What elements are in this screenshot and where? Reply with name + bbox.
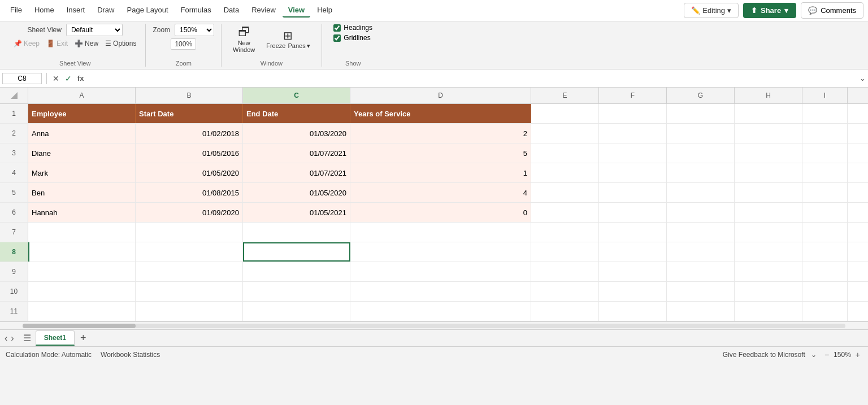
cell-c11[interactable]: [243, 302, 350, 321]
cell-h10[interactable]: [735, 282, 802, 301]
cell-c1[interactable]: End Date: [243, 104, 350, 123]
cell-h6[interactable]: [735, 203, 802, 222]
cell-g1[interactable]: [667, 104, 735, 123]
col-header-f[interactable]: F: [599, 88, 667, 103]
cell-f3[interactable]: [599, 143, 667, 163]
cell-c7[interactable]: [243, 223, 350, 242]
col-header-i[interactable]: I: [802, 88, 848, 103]
freeze-panes-button[interactable]: ⊞ FreezePanes ▾: [262, 28, 314, 52]
menu-data[interactable]: Data: [218, 3, 245, 18]
confirm-formula-icon[interactable]: ✓: [64, 73, 73, 84]
cell-d9[interactable]: [350, 262, 531, 281]
cell-h3[interactable]: [735, 143, 802, 163]
cancel-formula-icon[interactable]: ✕: [51, 73, 60, 84]
cell-b11[interactable]: [136, 302, 243, 321]
cell-h4[interactable]: [735, 163, 802, 182]
cell-c5[interactable]: 01/05/2020: [243, 183, 350, 202]
cell-g9[interactable]: [667, 262, 735, 281]
menu-page-layout[interactable]: Page Layout: [121, 3, 174, 18]
menu-view[interactable]: View: [283, 3, 310, 18]
cell-h2[interactable]: [735, 124, 802, 143]
row-header-8[interactable]: 8: [0, 242, 28, 262]
cell-d1[interactable]: Years of Service: [350, 104, 531, 123]
cell-b7[interactable]: [136, 223, 243, 242]
tab-next-button[interactable]: ›: [11, 333, 14, 343]
cell-f6[interactable]: [599, 203, 667, 222]
workbook-stats-button[interactable]: Workbook Statistics: [101, 351, 160, 359]
formula-expand-icon[interactable]: ⌄: [860, 74, 866, 82]
cell-g6[interactable]: [667, 203, 735, 222]
col-header-c[interactable]: C: [243, 88, 350, 103]
cell-h1[interactable]: [735, 104, 802, 123]
cell-i9[interactable]: [802, 262, 848, 281]
cell-d3[interactable]: 5: [350, 143, 531, 163]
col-header-b[interactable]: B: [136, 88, 243, 103]
row-header-5[interactable]: 5: [0, 183, 28, 202]
cell-e6[interactable]: [531, 203, 599, 222]
cell-e8[interactable]: [531, 242, 599, 262]
cell-f8[interactable]: [599, 242, 667, 262]
cell-a2[interactable]: Anna: [28, 124, 136, 143]
cell-i8[interactable]: [802, 242, 848, 262]
cell-a8[interactable]: [28, 242, 136, 262]
cell-h7[interactable]: [735, 223, 802, 242]
zoom-select[interactable]: 150%: [175, 24, 214, 36]
cell-e4[interactable]: [531, 163, 599, 182]
cell-e11[interactable]: [531, 302, 599, 321]
select-all-icon[interactable]: [11, 92, 18, 99]
exit-button[interactable]: 🚪 Exit: [44, 38, 70, 49]
row-header-3[interactable]: 3: [0, 143, 28, 163]
cell-a1[interactable]: Employee: [28, 104, 136, 123]
cell-f11[interactable]: [599, 302, 667, 321]
gridlines-checkbox[interactable]: [333, 34, 341, 42]
cell-i4[interactable]: [802, 163, 848, 182]
cell-c10[interactable]: [243, 282, 350, 301]
zoom-minus-button[interactable]: −: [822, 350, 831, 359]
menu-formulas[interactable]: Formulas: [175, 3, 217, 18]
cell-b5[interactable]: 01/08/2015: [136, 183, 243, 202]
cell-e2[interactable]: [531, 124, 599, 143]
cell-i2[interactable]: [802, 124, 848, 143]
cell-g11[interactable]: [667, 302, 735, 321]
cell-g4[interactable]: [667, 163, 735, 182]
menu-review[interactable]: Review: [246, 3, 281, 18]
new-sheet-view-button[interactable]: ➕ New: [72, 38, 101, 49]
cell-c9[interactable]: [243, 262, 350, 281]
cell-b6[interactable]: 01/09/2020: [136, 203, 243, 222]
formula-input[interactable]: [88, 73, 857, 84]
cell-h8[interactable]: [735, 242, 802, 262]
col-header-d[interactable]: D: [350, 88, 531, 103]
options-button[interactable]: ☰ Options: [103, 38, 138, 49]
cell-g3[interactable]: [667, 143, 735, 163]
cell-c6[interactable]: 01/05/2021: [243, 203, 350, 222]
sheet-nav-menu[interactable]: ☰: [21, 333, 33, 343]
cell-b4[interactable]: 01/05/2020: [136, 163, 243, 182]
cell-h5[interactable]: [735, 183, 802, 202]
cell-i5[interactable]: [802, 183, 848, 202]
cell-b8[interactable]: [136, 242, 243, 262]
cell-f5[interactable]: [599, 183, 667, 202]
sheet-tab-sheet1[interactable]: Sheet1: [36, 330, 75, 346]
menu-file[interactable]: File: [5, 3, 28, 18]
cell-b10[interactable]: [136, 282, 243, 301]
cell-f9[interactable]: [599, 262, 667, 281]
zoom-plus-button[interactable]: +: [853, 350, 862, 359]
menu-draw[interactable]: Draw: [92, 3, 120, 18]
cell-d5[interactable]: 4: [350, 183, 531, 202]
cell-e5[interactable]: [531, 183, 599, 202]
cell-d7[interactable]: [350, 223, 531, 242]
cell-b1[interactable]: Start Date: [136, 104, 243, 123]
cell-e10[interactable]: [531, 282, 599, 301]
sheet-view-select[interactable]: Default: [66, 24, 123, 36]
row-header-1[interactable]: 1: [0, 104, 28, 123]
cell-i3[interactable]: [802, 143, 848, 163]
cell-g10[interactable]: [667, 282, 735, 301]
cell-g2[interactable]: [667, 124, 735, 143]
cell-f7[interactable]: [599, 223, 667, 242]
row-header-2[interactable]: 2: [0, 124, 28, 143]
cell-a5[interactable]: Ben: [28, 183, 136, 202]
cell-i1[interactable]: [802, 104, 848, 123]
cell-d10[interactable]: [350, 282, 531, 301]
row-header-7[interactable]: 7: [0, 223, 28, 242]
cell-f2[interactable]: [599, 124, 667, 143]
